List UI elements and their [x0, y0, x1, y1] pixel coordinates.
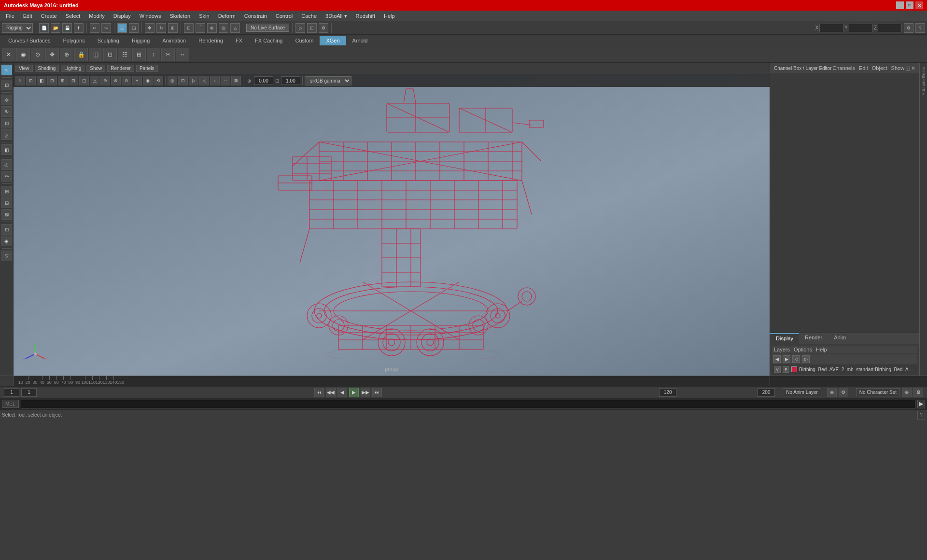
- vi-btn-4[interactable]: ⊡: [47, 76, 57, 85]
- anim-end-input[interactable]: [659, 388, 676, 397]
- shelf-btn-11[interactable]: ↕: [147, 48, 160, 61]
- shelf-btn-1[interactable]: ✕: [2, 48, 15, 61]
- vp-menu-renderer[interactable]: Renderer: [107, 65, 134, 72]
- play-back-btn[interactable]: ◀: [337, 388, 347, 397]
- render-tab[interactable]: Render: [799, 333, 828, 344]
- select-btn[interactable]: ◱: [117, 23, 127, 33]
- vi-btn-21[interactable]: ⊠: [231, 76, 241, 85]
- shelf-btn-5[interactable]: ⊕: [60, 48, 73, 61]
- step-back-btn[interactable]: ◀◀: [326, 388, 336, 397]
- window-controls[interactable]: — □ ✕: [896, 1, 923, 9]
- mel-input[interactable]: [21, 400, 915, 408]
- vi-select-btn[interactable]: ↖: [15, 76, 25, 85]
- menu-windows[interactable]: Windows: [136, 12, 165, 20]
- vp-menu-view[interactable]: View: [15, 65, 33, 72]
- vi-btn-6[interactable]: ⊡: [69, 76, 78, 85]
- vi-btn-13[interactable]: ◉: [143, 76, 153, 85]
- tab-polygons[interactable]: Polygons: [56, 36, 91, 45]
- layers-subtab[interactable]: Layers: [774, 347, 790, 352]
- minimize-button[interactable]: —: [896, 1, 904, 9]
- show-tab[interactable]: Show: [891, 65, 905, 71]
- anim-tab[interactable]: Anim: [828, 333, 852, 344]
- paint-tool-btn[interactable]: ✏: [1, 171, 12, 182]
- vi-btn-17[interactable]: ▷: [189, 76, 198, 85]
- shelf-btn-9[interactable]: ☷: [118, 48, 131, 61]
- rotate-tool-btn[interactable]: ↻: [1, 106, 12, 117]
- menu-3dtoa[interactable]: 3DtoAll ▾: [322, 12, 351, 20]
- edit-tab[interactable]: Edit: [859, 65, 868, 71]
- layer-prev2-btn[interactable]: ◁: [792, 355, 800, 363]
- x-input[interactable]: [819, 24, 843, 32]
- snap-grid-btn[interactable]: ⊡: [184, 23, 194, 33]
- scale-tool-btn[interactable]: ⊡: [1, 118, 12, 128]
- menu-control[interactable]: Control: [272, 12, 296, 20]
- close-button[interactable]: ✕: [915, 1, 923, 9]
- scale-value-input[interactable]: [281, 76, 300, 85]
- mel-label[interactable]: MEL: [2, 400, 19, 408]
- anim-layer-icon[interactable]: ⊕: [827, 388, 837, 397]
- expand-btn[interactable]: ▽: [1, 251, 12, 261]
- grid-btn-1[interactable]: ⊞: [1, 186, 12, 196]
- channels-tab[interactable]: Channels: [832, 65, 855, 71]
- vi-btn-10[interactable]: ⊗: [111, 76, 121, 85]
- display-tab[interactable]: Display: [770, 333, 799, 344]
- mode-dropdown[interactable]: Rigging: [2, 23, 33, 33]
- shelf-btn-2[interactable]: ◉: [16, 48, 30, 61]
- vi-btn-20[interactable]: ↔: [221, 76, 230, 85]
- snap-surface-btn[interactable]: △: [230, 23, 240, 33]
- menu-create[interactable]: Create: [37, 12, 61, 20]
- mel-expand-btn[interactable]: ▶: [917, 400, 925, 408]
- frame-start-input[interactable]: [4, 388, 19, 397]
- menu-edit[interactable]: Edit: [19, 12, 36, 20]
- vi-btn-18[interactable]: ◁: [199, 76, 209, 85]
- grid-btn-3[interactable]: ⊠: [1, 209, 12, 220]
- menu-redshift[interactable]: Redshift: [352, 12, 379, 20]
- no-character-set-label[interactable]: No Character Set: [856, 388, 900, 396]
- paint-select-btn[interactable]: ⊡: [1, 80, 12, 90]
- snap-curve-btn[interactable]: ⌒: [196, 23, 205, 33]
- vp-menu-panels[interactable]: Panels: [136, 65, 158, 72]
- tab-sculpting[interactable]: Sculpting: [91, 36, 126, 45]
- no-anim-layer-label[interactable]: No Anim Layer: [783, 388, 821, 396]
- tab-rendering[interactable]: Rendering: [192, 36, 229, 45]
- menu-modify[interactable]: Modify: [85, 12, 108, 20]
- y-input[interactable]: [849, 24, 873, 32]
- shelf-btn-3[interactable]: ⊙: [31, 48, 44, 61]
- play-forward-btn[interactable]: ▶: [349, 388, 359, 397]
- menu-help[interactable]: Help: [380, 12, 399, 20]
- step-fwd-btn[interactable]: ▶▶: [361, 388, 370, 397]
- vi-btn-11[interactable]: ⊙: [122, 76, 131, 85]
- no-live-surface-btn[interactable]: No Live Surface: [246, 24, 289, 32]
- char-set-settings[interactable]: ⚙: [913, 388, 923, 397]
- menu-file[interactable]: File: [2, 12, 18, 20]
- layer-next2-btn[interactable]: ▷: [802, 355, 810, 363]
- shelf-btn-4[interactable]: ✥: [45, 48, 59, 61]
- lasso-tool-btn[interactable]: ◎: [1, 159, 12, 170]
- rotate-btn[interactable]: ↻: [156, 23, 166, 33]
- tab-arnold[interactable]: Arnold: [346, 36, 374, 45]
- menu-skeleton[interactable]: Skeleton: [166, 12, 194, 20]
- shelf-btn-12[interactable]: ✂: [161, 48, 175, 61]
- object-tab[interactable]: Object: [872, 65, 887, 71]
- help-icon-btn[interactable]: ?: [915, 23, 925, 33]
- tab-curves-surfaces[interactable]: Curves / Surfaces: [2, 36, 56, 45]
- current-frame-input[interactable]: [21, 388, 37, 397]
- timeline[interactable]: 102030405060708090100110120130140150: [0, 376, 927, 386]
- vp-menu-shading[interactable]: Shading: [35, 65, 59, 72]
- layer-next-btn[interactable]: ▶: [783, 355, 790, 363]
- tab-fx-caching[interactable]: FX Caching: [249, 36, 289, 45]
- menu-select[interactable]: Select: [62, 12, 84, 20]
- menu-display[interactable]: Display: [110, 12, 135, 20]
- layer-prev-btn[interactable]: ◀: [773, 355, 781, 363]
- move-tool-btn[interactable]: ✥: [1, 95, 12, 105]
- render-btn[interactable]: ▷: [295, 23, 305, 33]
- vi-btn-15[interactable]: ◎: [168, 76, 177, 85]
- vp-menu-lighting[interactable]: Lighting: [61, 65, 84, 72]
- layer-color-swatch[interactable]: [791, 366, 797, 372]
- shelf-btn-8[interactable]: ⊡: [103, 48, 117, 61]
- z-input[interactable]: [878, 24, 902, 32]
- select-tool-btn[interactable]: ↖: [1, 65, 12, 75]
- snap-view-btn[interactable]: ◎: [219, 23, 228, 33]
- vi-btn-3[interactable]: ◧: [37, 76, 46, 85]
- help-subtab[interactable]: Help: [816, 347, 827, 352]
